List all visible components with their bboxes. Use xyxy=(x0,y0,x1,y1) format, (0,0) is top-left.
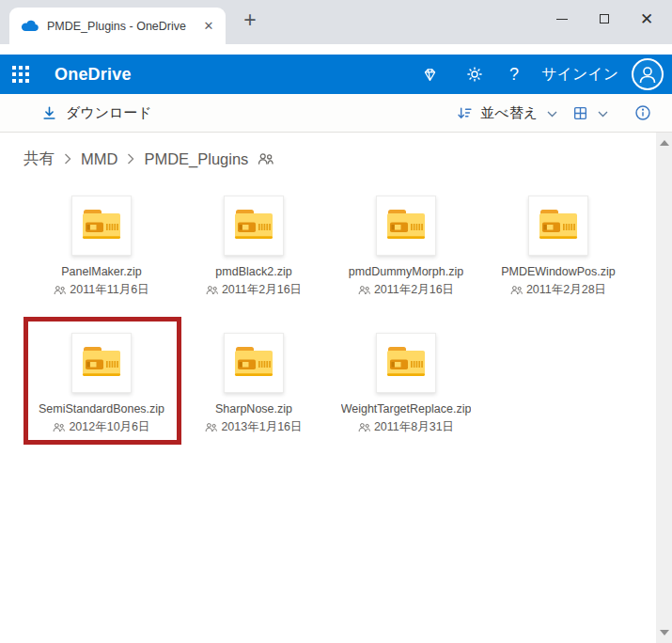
chevron-down-icon xyxy=(547,111,557,118)
file-name: SharpNose.zip xyxy=(215,402,292,416)
shared-people-icon xyxy=(206,285,218,295)
zip-folder-icon xyxy=(528,196,588,256)
file-name: PMDEWindowPos.zip xyxy=(501,265,616,278)
app-launcher-button[interactable] xyxy=(0,55,41,94)
account-avatar[interactable] xyxy=(632,58,664,90)
sort-label: 並べ替え xyxy=(480,104,538,122)
file-date: 2011年11月6日 xyxy=(70,282,148,298)
download-button[interactable]: ダウンロード xyxy=(36,94,158,132)
breadcrumb: 共有 MMD PMDE_Plugins xyxy=(23,149,273,169)
brand-title: OneDrive xyxy=(55,65,132,85)
zip-folder-icon xyxy=(376,196,436,256)
file-name: pmdBlack2.zip xyxy=(215,265,291,278)
shared-people-icon xyxy=(510,285,523,295)
onedrive-cloud-icon xyxy=(21,20,39,32)
browser-toolbar-strip xyxy=(0,44,672,55)
zip-folder-icon xyxy=(376,333,436,393)
file-meta: 2011年8月31日 xyxy=(358,419,454,435)
breadcrumb-mmd[interactable]: MMD xyxy=(81,150,117,168)
sign-in-button[interactable]: サインイン xyxy=(541,65,618,85)
premium-gem-icon[interactable] xyxy=(419,64,440,85)
chevron-right-icon xyxy=(64,153,71,165)
onedrive-header: OneDrive ? サインイン xyxy=(0,55,672,94)
file-date: 2013年1月16日 xyxy=(221,419,302,435)
info-icon xyxy=(634,104,651,121)
maximize-icon xyxy=(600,14,609,24)
shared-people-icon xyxy=(258,152,273,165)
window-maximize-button[interactable] xyxy=(588,4,620,34)
shared-people-icon xyxy=(205,422,217,432)
waffle-icon xyxy=(12,66,29,83)
chevron-right-icon xyxy=(127,153,134,165)
command-bar-right: 並べ替え xyxy=(453,104,672,122)
window-close-button[interactable]: ✕ xyxy=(631,4,663,34)
shared-people-icon xyxy=(358,422,370,432)
minimize-icon xyxy=(556,19,568,20)
command-bar: ダウンロード 並べ替え xyxy=(0,94,672,133)
file-name: WeightTargetReplace.zip xyxy=(341,402,472,416)
file-item-pmdblack2[interactable]: pmdBlack2.zip 2011年2月16日 xyxy=(178,186,330,298)
highlight-box xyxy=(23,317,181,445)
zip-folder-icon xyxy=(224,333,284,393)
file-item-panelmaker[interactable]: PanelMaker.zip 2011年11月6日 xyxy=(25,186,178,298)
zip-folder-icon xyxy=(71,196,132,256)
zip-folder-icon xyxy=(224,196,284,256)
vertical-scrollbar[interactable] xyxy=(656,133,672,643)
sort-button[interactable]: 並べ替え xyxy=(453,104,563,122)
help-button[interactable]: ? xyxy=(509,65,519,85)
download-icon xyxy=(41,105,57,121)
shared-people-icon xyxy=(358,285,370,295)
sort-icon xyxy=(457,105,473,121)
window-minimize-button[interactable] xyxy=(546,4,578,34)
scroll-up-arrow-icon[interactable] xyxy=(660,140,669,146)
breadcrumb-current-folder[interactable]: PMDE_Plugins xyxy=(144,150,248,168)
file-date: 2011年2月16日 xyxy=(374,282,454,298)
file-date: 2011年2月28日 xyxy=(526,282,606,298)
file-meta: 2011年11月6日 xyxy=(54,282,148,298)
file-name: pmdDummyMorph.zip xyxy=(349,265,463,278)
file-name: PanelMaker.zip xyxy=(61,265,141,278)
file-item-pmddummymorph[interactable]: pmdDummyMorph.zip 2011年2月16日 xyxy=(330,186,482,298)
close-icon: ✕ xyxy=(640,11,653,27)
settings-gear-icon[interactable] xyxy=(464,64,485,85)
browser-tab[interactable]: PMDE_Plugins - OneDrive ✕ xyxy=(9,8,226,44)
chevron-down-icon xyxy=(598,111,608,118)
download-label: ダウンロード xyxy=(66,104,152,122)
file-meta: 2011年2月16日 xyxy=(358,282,454,298)
file-meta: 2013年1月16日 xyxy=(205,419,302,435)
shared-people-icon xyxy=(54,285,66,295)
file-item-pmdewindowpos[interactable]: PMDEWindowPos.zip 2011年2月28日 xyxy=(482,186,634,298)
file-meta: 2011年2月28日 xyxy=(510,282,606,298)
view-toggle-button[interactable] xyxy=(569,105,614,121)
info-pane-button[interactable] xyxy=(631,104,655,121)
grid-view-icon xyxy=(572,105,588,121)
browser-tabstrip: PMDE_Plugins - OneDrive ✕ + ✕ xyxy=(0,0,672,44)
file-item-sharpnose[interactable]: SharpNose.zip 2013年1月16日 xyxy=(178,323,330,435)
breadcrumb-shared[interactable]: 共有 xyxy=(23,149,55,169)
scroll-down-arrow-icon[interactable] xyxy=(660,630,669,635)
file-meta: 2011年2月16日 xyxy=(206,282,302,298)
tab-close-icon[interactable]: ✕ xyxy=(199,17,218,36)
file-item-weighttargetreplace[interactable]: WeightTargetReplace.zip 2011年8月31日 xyxy=(330,323,482,435)
tab-title: PMDE_Plugins - OneDrive xyxy=(47,20,199,33)
person-icon xyxy=(635,62,660,86)
file-browser-content: 共有 MMD PMDE_Plugins PanelMaker.zip 2011年… xyxy=(0,133,672,643)
header-actions: ? サインイン xyxy=(395,58,672,90)
file-date: 2011年2月16日 xyxy=(222,282,302,298)
file-date: 2011年8月31日 xyxy=(374,419,454,435)
new-tab-button[interactable]: + xyxy=(237,8,263,34)
